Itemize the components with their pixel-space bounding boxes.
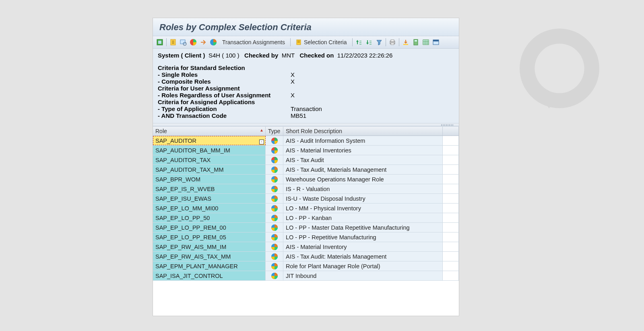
splitter[interactable] [153, 123, 459, 127]
cell-role[interactable]: SAP_AUDITOR▫ [153, 136, 266, 145]
role-type-pie-icon [271, 137, 278, 144]
cell-type [266, 194, 283, 203]
cell-role[interactable]: SAP_BPR_WOM [153, 175, 266, 184]
criteria-row: - Composite RolesX [158, 78, 454, 85]
svg-rect-10 [391, 43, 394, 45]
sort-desc-icon[interactable] [365, 38, 374, 47]
inspect-icon[interactable] [179, 38, 188, 47]
table-row[interactable]: SAP_EP_LO_MM_MI00LO - MM - Physical Inve… [153, 204, 459, 213]
selection-criteria-button[interactable]: Selection Criteria [293, 38, 350, 46]
cell-role[interactable]: SAP_EP_RW_AIS_MM_IM [153, 242, 266, 251]
col-type[interactable]: Type [266, 127, 283, 136]
cell-desc: Warehouse Operations Manager Role [283, 175, 443, 184]
cell-role[interactable]: SAP_EP_IS_R_WVEB [153, 184, 266, 193]
selection-handle-icon[interactable]: ▫ [259, 140, 264, 144]
cell-desc: IS-U - Waste Disposal Industry [283, 194, 443, 203]
cell-spacer [443, 242, 459, 251]
pie-b-icon[interactable] [209, 38, 218, 47]
cell-role[interactable]: SAP_EP_ISU_EWAS [153, 194, 266, 203]
table-row[interactable]: SAP_AUDITOR_TAX_MMAIS - Tax Audit, Mater… [153, 165, 459, 175]
cell-role[interactable]: SAP_AUDITOR_TAX [153, 155, 266, 164]
cell-desc: LO - PP - Repetitive Manufacturing [283, 232, 443, 242]
table-row[interactable]: SAP_AUDITOR_TAXAIS - Tax Audit [153, 155, 459, 165]
transaction-assignments-button[interactable]: Transaction Assignments [219, 38, 288, 46]
pie-a-icon[interactable] [189, 38, 198, 47]
role-type-pie-icon [271, 243, 278, 251]
cell-role[interactable]: SAP_EP_RW_AIS_TAX_MM [153, 252, 266, 261]
print-icon[interactable] [388, 38, 397, 47]
details-icon[interactable] [169, 38, 178, 47]
filter-icon[interactable] [375, 38, 384, 47]
role-type-pie-icon [271, 263, 278, 270]
criteria-row: Criteria for User Assignment [158, 85, 454, 92]
svg-rect-11 [403, 44, 408, 45]
col-role[interactable]: Role ▲ [153, 127, 266, 136]
table-row[interactable]: SAP_BPR_WOMWarehouse Operations Manager … [153, 175, 459, 184]
sort-asc-icon[interactable] [355, 38, 363, 47]
table-row[interactable]: SAP_EP_RW_AIS_TAX_MMAIS - Tax Audit: Mat… [153, 252, 459, 261]
criteria-key: - Single Roles [158, 71, 291, 78]
cell-type [266, 204, 283, 213]
cell-desc: AIS - Material Inventory [283, 242, 443, 251]
role-type-pie-icon [271, 195, 278, 202]
calc-icon[interactable] [411, 38, 420, 47]
table-row[interactable]: SAP_EP_RW_AIS_MM_IMAIS - Material Invent… [153, 242, 459, 252]
criteria-key: - Composite Roles [158, 78, 291, 85]
layout-icon[interactable] [431, 38, 440, 47]
col-desc[interactable]: Short Role Description [283, 127, 443, 136]
cell-role[interactable]: SAP_EP_LO_PP_50 [153, 213, 266, 222]
spreadsheet-icon[interactable] [421, 38, 430, 47]
cell-role[interactable]: SAP_ISA_JIT_CONTROL [153, 271, 266, 280]
export-icon[interactable] [401, 38, 410, 47]
criteria-value: Transaction [291, 105, 322, 112]
table-row[interactable]: SAP_AUDITOR_BA_MM_IMAIS - Material Inven… [153, 146, 459, 155]
cell-role[interactable]: SAP_EP_LO_PP_REM_00 [153, 223, 266, 232]
cell-desc: AIS - Audit Information System [283, 136, 443, 145]
role-type-pie-icon [271, 147, 278, 154]
cell-role[interactable]: SAP_AUDITOR_BA_MM_IM [153, 146, 266, 155]
cell-spacer [443, 232, 459, 242]
cell-type [266, 155, 283, 164]
criteria-value: MB51 [291, 112, 306, 119]
execute-icon[interactable] [155, 38, 164, 47]
cell-desc: LO - MM - Physical Inventory [283, 204, 443, 213]
navigate-icon[interactable] [199, 38, 208, 47]
role-type-pie-icon [271, 214, 278, 222]
cell-type [266, 146, 283, 155]
cell-spacer [443, 146, 459, 155]
table-row[interactable]: SAP_AUDITOR▫AIS - Audit Information Syst… [153, 136, 459, 146]
table-row[interactable]: SAP_EP_ISU_EWASIS-U - Waste Disposal Ind… [153, 194, 459, 204]
table-row[interactable]: SAP_EP_LO_PP_REM_05LO - PP - Repetitive … [153, 232, 459, 242]
cell-desc: Role for Plant Manager Role (Portal) [283, 261, 443, 271]
criteria-list: Criteria for Standard Selection- Single … [158, 64, 454, 119]
cell-spacer [443, 252, 459, 261]
cell-spacer [443, 213, 459, 222]
role-type-pie-icon [271, 234, 278, 241]
table-row[interactable]: SAP_ISA_JIT_CONTROLJIT Inbound [153, 271, 459, 281]
watermark-speech-icon [515, 24, 604, 113]
role-type-pie-icon [271, 272, 278, 280]
svg-rect-9 [391, 40, 394, 41]
cell-role[interactable]: SAP_EP_LO_MM_MI00 [153, 204, 266, 213]
cell-role[interactable]: SAP_EP_LO_PP_REM_05 [153, 232, 266, 242]
col-spacer [443, 127, 459, 136]
cell-desc: AIS - Tax Audit: Materials Management [283, 252, 443, 261]
cell-role[interactable]: SAP_EPM_PLANT_MANAGER [153, 261, 266, 271]
sort-asc-indicator-icon: ▲ [260, 128, 264, 132]
cell-spacer [443, 155, 459, 164]
role-type-pie-icon [271, 185, 278, 193]
table-row[interactable]: SAP_EP_LO_PP_50LO - PP - Kanban [153, 213, 459, 223]
table-row[interactable]: SAP_EPM_PLANT_MANAGERRole for Plant Mana… [153, 261, 459, 271]
table-row[interactable]: SAP_EP_LO_PP_REM_00LO - PP - Master Data… [153, 223, 459, 232]
cell-spacer [443, 194, 459, 203]
criteria-key: - AND Transaction Code [158, 112, 291, 119]
role-type-pie-icon [271, 205, 278, 212]
cell-spacer [443, 136, 459, 145]
cell-role[interactable]: SAP_AUDITOR_TAX_MM [153, 165, 266, 174]
table-row[interactable]: SAP_EP_IS_R_WVEBIS - R - Valuation [153, 184, 459, 194]
cell-desc: AIS - Material Inventories [283, 146, 443, 155]
cell-type [266, 232, 283, 242]
criteria-icon [296, 39, 302, 45]
cell-type [266, 175, 283, 184]
toolbar: Transaction Assignments Selection Criter… [153, 36, 459, 49]
